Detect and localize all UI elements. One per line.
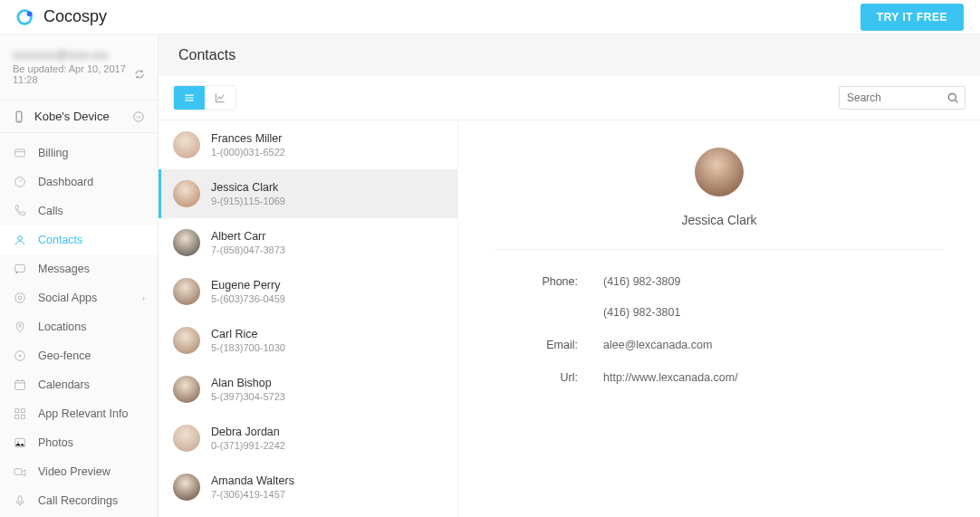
nav-label: Contacts bbox=[38, 234, 82, 246]
contact-phone: 5-(183)700-1030 bbox=[211, 342, 285, 353]
nav-item-geo[interactable]: Geo-fence bbox=[0, 341, 158, 370]
calls-icon bbox=[13, 204, 27, 218]
billing-icon bbox=[13, 146, 27, 160]
svg-rect-14 bbox=[15, 380, 25, 389]
svg-rect-21 bbox=[14, 469, 22, 475]
appinfo-icon bbox=[13, 407, 27, 421]
brand-name: Cocospy bbox=[43, 7, 107, 26]
contact-phone: 9-(915)115-1069 bbox=[211, 196, 285, 206]
contact-name: Debra Jordan bbox=[211, 426, 285, 438]
account-email: xxxxxxxx@xxxx.xxx bbox=[13, 49, 145, 62]
calendars-icon bbox=[13, 378, 27, 392]
contact-phone: 1-(000)031-6522 bbox=[211, 147, 285, 158]
svg-rect-22 bbox=[18, 496, 22, 503]
nav-label: Calls bbox=[38, 205, 63, 217]
contact-item[interactable]: Albert Carr7-(858)047-3873 bbox=[159, 218, 457, 267]
svg-rect-15 bbox=[15, 409, 19, 413]
url-value: http://www.lexcanada.com/ bbox=[603, 371, 738, 384]
nav-item-dashboard[interactable]: Dashboard bbox=[0, 168, 158, 196]
photos-icon bbox=[13, 436, 27, 450]
nav-item-calendars[interactable]: Calendars bbox=[0, 370, 158, 399]
svg-point-7 bbox=[18, 236, 23, 241]
chevron-right-icon: › bbox=[142, 293, 145, 303]
list-view-button[interactable] bbox=[174, 86, 205, 110]
contact-item[interactable]: Debra Jordan0-(371)991-2242 bbox=[159, 414, 457, 463]
contact-phone: 0-(371)991-2242 bbox=[211, 440, 285, 451]
nav-label: Messages bbox=[38, 263, 90, 275]
nav-item-calls[interactable]: Calls bbox=[0, 196, 158, 225]
contact-name: Eugene Perry bbox=[211, 279, 285, 292]
contact-item[interactable]: Alan Bishop5-(397)304-5723 bbox=[159, 365, 457, 414]
brand: Cocospy bbox=[16, 7, 107, 27]
topbar: Cocospy TRY IT FREE bbox=[0, 0, 980, 34]
device-selector[interactable]: Kobe's Device bbox=[0, 100, 158, 133]
nav-label: Call Recordings bbox=[38, 494, 118, 507]
phone-device-icon bbox=[13, 110, 25, 123]
nav-item-messages[interactable]: Messages bbox=[0, 254, 158, 283]
chart-view-button[interactable] bbox=[205, 86, 235, 110]
contact-item[interactable]: Amanda Walters7-(306)419-1457 bbox=[159, 463, 457, 512]
phone-value: (416) 982-3801 bbox=[603, 306, 680, 319]
video-icon bbox=[13, 464, 27, 479]
contacts-icon bbox=[13, 233, 27, 247]
nav-list: BillingDashboardCallsContactsMessagesSoc… bbox=[0, 139, 158, 517]
content-card: Frances Miller1-(000)031-6522Jessica Cla… bbox=[159, 76, 980, 517]
nav-item-billing[interactable]: Billing bbox=[0, 139, 158, 168]
nav-item-callrec[interactable]: Call Recordings bbox=[0, 486, 158, 515]
main: Contacts Frances Miller1-(000)031-6522Je… bbox=[159, 34, 980, 517]
svg-point-1 bbox=[27, 11, 33, 16]
nav-label: Video Preview bbox=[38, 465, 110, 478]
social-icon bbox=[13, 291, 27, 305]
nav-item-appinfo[interactable]: App Relevant Info bbox=[0, 399, 158, 428]
contact-item[interactable]: Carl Rice5-(183)700-1030 bbox=[159, 316, 457, 365]
sidebar: xxxxxxxx@xxxx.xxx Be updated: Apr 10, 20… bbox=[0, 34, 159, 517]
contact-avatar bbox=[173, 131, 200, 158]
nav-item-photos[interactable]: Photos bbox=[0, 428, 158, 457]
search-icon[interactable] bbox=[946, 91, 960, 105]
nav-label: App Relevant Info bbox=[38, 407, 128, 420]
nav-item-social[interactable]: Social Apps› bbox=[0, 283, 158, 312]
contact-list[interactable]: Frances Miller1-(000)031-6522Jessica Cla… bbox=[159, 120, 457, 517]
contact-phone: 5-(397)304-5723 bbox=[211, 391, 285, 402]
svg-rect-16 bbox=[21, 409, 24, 413]
url-label: Url: bbox=[495, 371, 603, 384]
contact-name: Frances Miller bbox=[211, 132, 285, 145]
email-label: Email: bbox=[495, 339, 603, 351]
nav-label: Calendars bbox=[38, 378, 90, 391]
nav-item-locations[interactable]: Locations bbox=[0, 312, 158, 341]
contact-detail: Jessica Clark Phone: (416) 982-3809(416)… bbox=[457, 120, 980, 517]
contact-avatar bbox=[173, 376, 200, 403]
nav-label: Dashboard bbox=[38, 176, 93, 188]
dashboard-icon bbox=[13, 175, 27, 189]
nav-label: Photos bbox=[38, 436, 73, 449]
contact-avatar bbox=[173, 278, 200, 305]
nav-item-video[interactable]: Video Preview bbox=[0, 457, 158, 486]
svg-point-13 bbox=[19, 355, 22, 358]
nav-item-contacts[interactable]: Contacts bbox=[0, 225, 158, 254]
page-title: Contacts bbox=[159, 34, 980, 76]
view-toggle bbox=[173, 85, 236, 110]
updated-label: Be updated: Apr 10, 2017 11:28 bbox=[13, 63, 134, 85]
contact-name: Albert Carr bbox=[211, 230, 285, 243]
contact-phone: 5-(603)736-0459 bbox=[211, 293, 285, 304]
svg-rect-17 bbox=[15, 415, 19, 418]
refresh-icon[interactable] bbox=[134, 68, 145, 81]
contact-item[interactable]: Frances Miller1-(000)031-6522 bbox=[159, 120, 457, 169]
list-icon bbox=[183, 91, 196, 104]
phone-value: (416) 982-3809 bbox=[603, 275, 680, 288]
contact-avatar bbox=[173, 425, 200, 452]
svg-point-9 bbox=[15, 293, 25, 303]
nav-label: Geo-fence bbox=[38, 349, 91, 362]
phone-label: Phone: bbox=[495, 275, 603, 319]
detail-divider bbox=[495, 249, 944, 250]
contact-item[interactable]: Eugene Perry5-(603)736-0459 bbox=[159, 267, 457, 316]
svg-rect-5 bbox=[15, 149, 25, 157]
detail-name: Jessica Clark bbox=[495, 213, 944, 227]
nav-label: Social Apps bbox=[38, 292, 97, 304]
contact-name: Jessica Clark bbox=[211, 181, 285, 194]
try-free-button[interactable]: TRY IT FREE bbox=[860, 4, 964, 31]
contact-phone: 7-(306)419-1457 bbox=[211, 489, 294, 500]
svg-point-27 bbox=[948, 93, 956, 101]
contact-avatar bbox=[173, 180, 200, 207]
contact-item[interactable]: Jessica Clark9-(915)115-1069 bbox=[159, 169, 457, 218]
